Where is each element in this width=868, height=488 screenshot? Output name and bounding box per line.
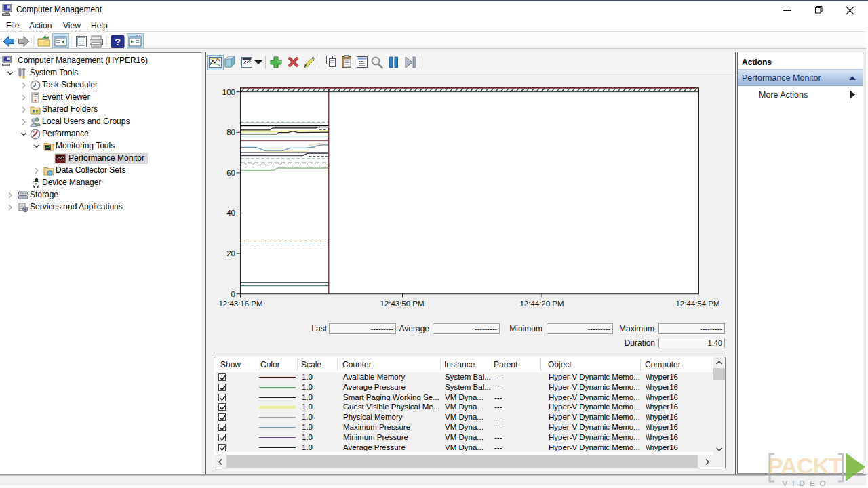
svg-text:PACKT: PACKT <box>768 453 843 479</box>
svg-text:80: 80 <box>226 128 235 136</box>
svg-text:60: 60 <box>226 169 235 177</box>
svg-text:12:44:54 PM: 12:44:54 PM <box>675 300 719 308</box>
svg-text:12:43:50 PM: 12:43:50 PM <box>380 300 424 308</box>
svg-text:0: 0 <box>231 290 235 298</box>
svg-text:100: 100 <box>222 88 235 96</box>
svg-text:40: 40 <box>226 209 235 217</box>
svg-text:12:44:20 PM: 12:44:20 PM <box>519 300 564 308</box>
svg-text:20: 20 <box>226 249 235 258</box>
svg-text:?: ? <box>115 36 121 47</box>
svg-text:12:43:16 PM: 12:43:16 PM <box>218 300 262 308</box>
svg-text:VIDEO: VIDEO <box>783 479 831 487</box>
